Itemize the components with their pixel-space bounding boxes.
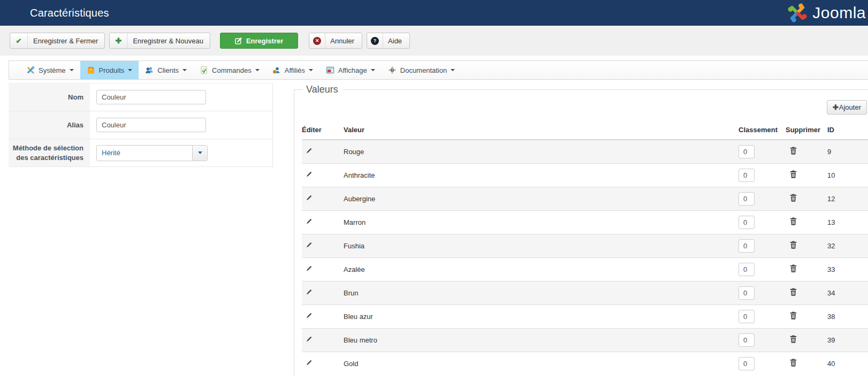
edit-pencil-icon[interactable] bbox=[305, 312, 313, 320]
svg-text:?: ? bbox=[391, 69, 393, 72]
svg-text:$: $ bbox=[274, 71, 276, 73]
ordering-input[interactable] bbox=[738, 239, 755, 253]
joomla-logo-text: Joomla bbox=[812, 4, 866, 22]
alias-input[interactable] bbox=[96, 118, 206, 132]
edit-pencil-icon[interactable] bbox=[305, 265, 313, 272]
add-value-button[interactable]: ✚ Ajouter bbox=[827, 100, 867, 115]
selection-method-select[interactable]: Hérité bbox=[96, 145, 208, 161]
value-name: Brun bbox=[344, 281, 738, 305]
trash-icon[interactable] bbox=[790, 217, 797, 225]
values-table-header: Éditer Valeur Classement Supprimer ID bbox=[302, 123, 868, 140]
plus-icon: ✚ bbox=[833, 103, 839, 111]
trash-icon[interactable] bbox=[790, 335, 797, 343]
value-id: 38 bbox=[827, 305, 868, 328]
edit-pencil-icon[interactable] bbox=[305, 171, 313, 178]
trash-icon[interactable] bbox=[790, 264, 797, 272]
users-icon bbox=[145, 66, 154, 74]
ordering-input[interactable] bbox=[738, 145, 755, 158]
value-name: Bleu azur bbox=[344, 305, 738, 328]
cancel-label: Annuler bbox=[330, 37, 354, 45]
joomla-logo: Joomla bbox=[786, 1, 866, 25]
toolbar: ✔ Enregistrer & Fermer ✚ Enregistrer & N… bbox=[0, 26, 868, 56]
save-new-button[interactable]: ✚ Enregistrer & Nouveau bbox=[109, 33, 210, 49]
ordering-input[interactable] bbox=[738, 310, 755, 323]
form-row-nom: Nom bbox=[9, 83, 272, 111]
values-panel: Valeurs ✚ Ajouter Éditer Valeur Classeme… bbox=[294, 84, 868, 376]
display-icon bbox=[326, 66, 334, 74]
value-id: 12 bbox=[827, 187, 868, 210]
menu-item-documentation[interactable]: ? Documentation bbox=[382, 61, 461, 79]
content-area: Nom Alias Méthode de sélection des carac… bbox=[0, 80, 868, 376]
menu-label: Commandes bbox=[212, 66, 252, 74]
edit-pencil-icon[interactable] bbox=[305, 359, 313, 367]
chevron-down-icon bbox=[70, 69, 74, 71]
header-id: ID bbox=[827, 123, 868, 140]
edit-pencil-icon[interactable] bbox=[305, 147, 313, 155]
save-close-label: Enregistrer & Fermer bbox=[33, 37, 98, 45]
value-row: Bleu azur bbox=[302, 305, 868, 328]
value-row: Gold bbox=[302, 352, 868, 375]
value-row: Anthracite bbox=[302, 163, 868, 187]
edit-pencil-icon[interactable] bbox=[305, 194, 313, 202]
values-panel-wrap: Valeurs ✚ Ajouter Éditer Valeur Classeme… bbox=[294, 80, 868, 376]
edit-pencil-icon[interactable] bbox=[305, 336, 313, 343]
edit-pencil-icon[interactable] bbox=[305, 288, 313, 296]
menu-item-produits[interactable]: Produits bbox=[80, 61, 139, 79]
chevron-down-icon bbox=[255, 69, 260, 71]
header-classement: Classement bbox=[738, 123, 786, 140]
form-row-alias: Alias bbox=[9, 111, 272, 139]
value-id: 10 bbox=[827, 163, 868, 187]
header-valeur: Valeur bbox=[344, 123, 738, 140]
value-name: Azalée bbox=[344, 257, 738, 281]
chevron-down-icon bbox=[309, 69, 313, 71]
edit-pencil-icon[interactable] bbox=[305, 241, 313, 249]
trash-icon[interactable] bbox=[790, 359, 797, 367]
value-row: Marron bbox=[302, 210, 868, 234]
edit-pencil-icon[interactable] bbox=[305, 218, 313, 225]
alias-label: Alias bbox=[9, 111, 90, 139]
save-button[interactable]: Enregistrer bbox=[220, 33, 298, 49]
menu-label: Clients bbox=[157, 66, 179, 74]
nom-input[interactable] bbox=[96, 90, 206, 104]
menu-label: Affichage bbox=[338, 66, 367, 74]
ordering-input[interactable] bbox=[738, 357, 755, 370]
cancel-icon: ✕ bbox=[309, 33, 325, 48]
menu-item-commandes[interactable]: Commandes bbox=[193, 61, 266, 79]
menu-item-clients[interactable]: Clients bbox=[139, 61, 193, 79]
value-name: Gold bbox=[344, 352, 738, 375]
trash-icon[interactable] bbox=[790, 241, 797, 249]
trash-icon[interactable] bbox=[790, 288, 797, 296]
values-legend: Valeurs bbox=[303, 84, 342, 95]
menu-item-affilies[interactable]: $ Affiliés bbox=[266, 61, 319, 79]
check-icon: ✔ bbox=[10, 33, 28, 48]
menu-item-affichage[interactable]: Affichage bbox=[319, 61, 382, 79]
characteristic-form: Nom Alias Méthode de sélection des carac… bbox=[0, 80, 294, 167]
value-name: Aubergine bbox=[344, 187, 738, 210]
header-supprimer: Supprimer bbox=[786, 123, 827, 140]
ordering-input[interactable] bbox=[738, 286, 755, 300]
trash-icon[interactable] bbox=[790, 194, 797, 202]
save-close-button[interactable]: ✔ Enregistrer & Fermer bbox=[10, 33, 105, 49]
add-value-label: Ajouter bbox=[839, 103, 861, 111]
value-name: Fushia bbox=[344, 234, 738, 257]
help-button[interactable]: ? Aide bbox=[367, 33, 410, 49]
cancel-button[interactable]: ✕ Annuler bbox=[309, 33, 362, 49]
value-name: Rouge bbox=[344, 140, 738, 163]
chevron-down-icon bbox=[182, 69, 187, 71]
trash-icon[interactable] bbox=[790, 311, 797, 320]
edit-square-icon bbox=[235, 37, 242, 44]
ordering-input[interactable] bbox=[738, 192, 755, 206]
ordering-input[interactable] bbox=[738, 333, 755, 347]
ordering-input[interactable] bbox=[738, 169, 755, 182]
form-row-selection-method: Méthode de sélection des caractéristique… bbox=[9, 139, 272, 167]
ordering-input[interactable] bbox=[738, 263, 755, 276]
ordering-input[interactable] bbox=[738, 216, 755, 229]
menu-label: Produits bbox=[99, 66, 125, 74]
order-sheet-icon bbox=[200, 66, 208, 74]
value-row: Bleu metro bbox=[302, 328, 868, 352]
trash-icon[interactable] bbox=[790, 170, 797, 178]
select-dropdown-button[interactable] bbox=[192, 146, 207, 161]
trash-icon[interactable] bbox=[790, 147, 797, 155]
chevron-down-icon bbox=[128, 69, 132, 71]
menu-item-systeme[interactable]: Système bbox=[20, 61, 80, 79]
